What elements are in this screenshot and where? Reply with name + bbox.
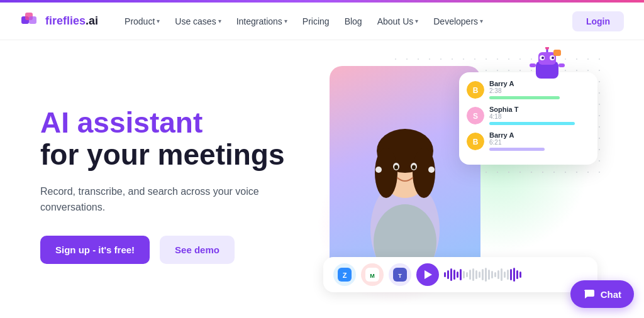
woman-illustration: [342, 91, 468, 280]
hero-content: AI assistant for your meetings Record, t…: [40, 107, 304, 263]
zoom-icon: Z: [333, 263, 356, 286]
svg-point-13: [428, 167, 435, 173]
nav-item-integrations[interactable]: Integrations ▾: [230, 13, 294, 30]
svg-text:M: M: [370, 273, 375, 279]
svg-point-28: [545, 47, 549, 50]
svg-point-10: [394, 165, 398, 170]
svg-rect-29: [530, 63, 536, 67]
chat-entry-barry2: B Barry A 6:21: [467, 131, 590, 151]
svg-text:B: B: [473, 138, 479, 146]
hero-section: AI assistant for your meetings Record, t…: [0, 40, 644, 318]
svg-point-12: [375, 167, 382, 173]
svg-text:B: B: [473, 86, 479, 95]
nav-item-developers[interactable]: Developers ▾: [427, 13, 489, 30]
gmeet-icon: M: [361, 263, 384, 286]
login-button[interactable]: Login: [572, 11, 624, 31]
nav-item-pricing[interactable]: Pricing: [296, 13, 336, 30]
controls-bar: Z M T: [323, 257, 597, 292]
avatar-barry2: B: [467, 133, 484, 150]
chat-bar: [489, 122, 575, 125]
chevron-down-icon: ▾: [157, 18, 160, 25]
chevron-down-icon: ▾: [480, 18, 483, 25]
svg-point-25: [541, 57, 544, 59]
hero-buttons: Sign up - it's free! See demo: [40, 236, 304, 264]
nav-item-product[interactable]: Product ▾: [118, 13, 166, 30]
nav-item-usecases[interactable]: Use cases ▾: [169, 13, 227, 30]
logo-icon: [20, 11, 40, 31]
chat-entry-sophia: S Sophia T 4:18: [467, 106, 590, 125]
svg-point-7: [413, 148, 435, 198]
robot-icon: [528, 47, 566, 85]
chat-button-label: Chat: [601, 289, 621, 300]
chat-button[interactable]: Chat: [570, 280, 634, 308]
svg-marker-38: [425, 270, 432, 279]
hero-illustration: B Barry A 2:38 S Sophia T 4:18: [304, 53, 604, 317]
signup-button[interactable]: Sign up - it's free!: [40, 236, 150, 264]
logo-text: fireflies.ai: [45, 14, 98, 28]
chat-bar: [489, 148, 545, 151]
svg-point-6: [375, 148, 397, 198]
nav-links: Product ▾ Use cases ▾ Integrations ▾ Pri…: [118, 13, 572, 30]
chat-bubble-icon: [583, 288, 596, 300]
avatar-barry1: B: [467, 81, 484, 99]
play-icon: [416, 263, 439, 286]
hero-photo: [330, 66, 480, 280]
hero-title-colored: AI assistant: [40, 107, 304, 139]
chevron-down-icon: ▾: [218, 18, 221, 25]
svg-text:Z: Z: [343, 271, 347, 279]
robot-mascot: [528, 47, 566, 85]
navigation: fireflies.ai Product ▾ Use cases ▾ Integ…: [0, 3, 644, 40]
chat-bar: [489, 96, 560, 99]
svg-text:T: T: [398, 273, 402, 279]
svg-rect-2: [29, 16, 36, 24]
svg-rect-31: [553, 50, 561, 56]
logo[interactable]: fireflies.ai: [20, 11, 98, 31]
chat-info-sophia: Sophia T 4:18: [489, 106, 590, 125]
chevron-down-icon: ▾: [415, 18, 418, 25]
teams-icon: T: [389, 263, 411, 286]
svg-point-11: [412, 165, 416, 170]
waveform: [444, 267, 587, 282]
avatar-sophia: S: [467, 107, 484, 124]
photo-placeholder: [330, 66, 480, 280]
svg-text:S: S: [473, 112, 478, 121]
chevron-down-icon: ▾: [284, 18, 287, 25]
chat-info-barry2: Barry A 6:21: [489, 131, 590, 151]
nav-item-blog[interactable]: Blog: [338, 13, 369, 30]
svg-rect-30: [558, 63, 565, 67]
hero-title-dark: for your meetings: [40, 139, 304, 171]
chat-card: B Barry A 2:38 S Sophia T 4:18: [459, 72, 597, 165]
svg-point-26: [552, 57, 554, 59]
hero-subtitle: Record, transcribe, and search across yo…: [40, 184, 267, 216]
demo-button[interactable]: See demo: [160, 236, 235, 264]
nav-item-about[interactable]: About Us ▾: [371, 13, 425, 30]
